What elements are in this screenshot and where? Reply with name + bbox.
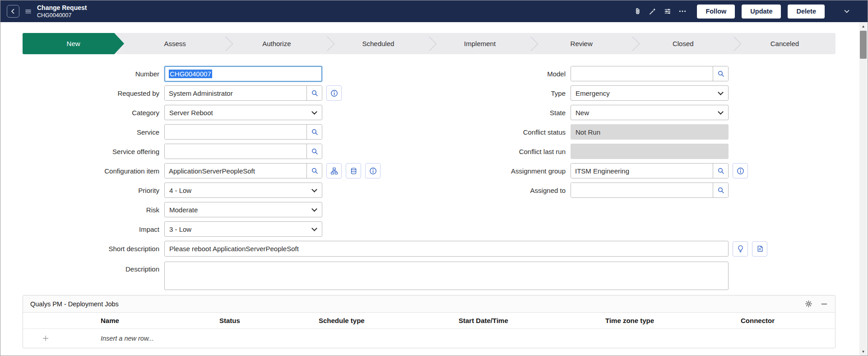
service-row: Service	[5, 124, 381, 140]
state-select[interactable]: New	[571, 105, 729, 120]
service-input[interactable]	[165, 125, 306, 139]
priority-label: Priority	[5, 187, 159, 194]
column-header-connector[interactable]: Connector	[741, 317, 835, 324]
activity-stream-icon[interactable]	[664, 7, 672, 15]
dependency-map-tree-icon[interactable]	[326, 163, 342, 178]
number-input[interactable]: CHG0040007	[164, 66, 322, 82]
assigned-to-input[interactable]	[571, 183, 713, 197]
insert-new-row[interactable]: Insert a new row...	[23, 329, 835, 348]
step-authorize[interactable]: Authorize	[226, 33, 327, 54]
cmdb-database-icon[interactable]	[346, 163, 361, 178]
column-header-schedule-type[interactable]: Schedule type	[319, 317, 459, 324]
priority-select[interactable]: 4 - Low	[164, 183, 322, 198]
title-block: Change Request CHG0040007	[37, 4, 87, 19]
chevron-down-icon	[311, 225, 317, 231]
step-review[interactable]: Review	[531, 33, 632, 54]
follow-button[interactable]: Follow	[697, 5, 735, 19]
suggestion-lightbulb-icon[interactable]	[733, 241, 748, 257]
impact-select[interactable]: 3 - Low	[164, 221, 322, 237]
priority-row: Priority 4 - Low	[5, 183, 381, 198]
search-icon[interactable]	[713, 66, 728, 81]
assigned-to-label: Assigned to	[412, 187, 566, 194]
related-list-title: Qualys PM - Deployment Jobs	[30, 300, 119, 308]
step-assess[interactable]: Assess	[124, 33, 226, 54]
chevron-down-icon	[718, 89, 724, 95]
model-row: Model	[412, 66, 748, 81]
change-request-window: Change Request CHG0040007 Follow Update …	[0, 0, 868, 356]
model-input[interactable]	[571, 66, 713, 81]
list-settings-gear-icon[interactable]	[805, 300, 812, 308]
requested-by-label: Requested by	[5, 89, 159, 97]
search-icon[interactable]	[306, 164, 322, 178]
category-select[interactable]: Server Reboot	[164, 105, 322, 120]
service-offering-input[interactable]	[165, 144, 306, 159]
chevron-down-icon	[311, 109, 317, 115]
form-left-column: Number CHG0040007 Requested by Category …	[5, 66, 381, 241]
plus-icon	[42, 335, 49, 342]
description-label: Description	[5, 265, 159, 273]
context-menu-icon[interactable]	[25, 8, 32, 15]
risk-select[interactable]: Moderate	[164, 202, 322, 217]
related-list-column-headers: Name Status Schedule type Start Date/Tim…	[23, 313, 835, 329]
attachment-paperclip-icon[interactable]	[634, 7, 642, 15]
back-button[interactable]	[7, 5, 19, 18]
short-description-input[interactable]	[164, 241, 729, 257]
column-header-time-zone-type[interactable]: Time zone type	[605, 317, 741, 324]
scrollbar-thumb[interactable]	[860, 31, 867, 59]
conflict-status-label: Conflict status	[412, 128, 566, 136]
scroll-up-arrow-icon[interactable]: ▲	[859, 23, 867, 30]
requested-by-field	[164, 85, 322, 101]
process-flow: New Assess Authorize Scheduled Implement…	[23, 33, 836, 54]
related-list-header: Qualys PM - Deployment Jobs	[23, 295, 835, 313]
search-icon[interactable]	[306, 86, 322, 100]
knowledge-search-icon[interactable]	[752, 241, 767, 257]
description-row: Description	[5, 262, 729, 290]
search-icon[interactable]	[713, 164, 728, 178]
insert-row-label: Insert a new row...	[101, 335, 154, 342]
requested-by-input[interactable]	[165, 86, 306, 100]
short-description-row: Short description	[5, 241, 767, 257]
conflict-last-run-row: Conflict last run	[412, 144, 748, 159]
type-select[interactable]: Emergency	[571, 85, 729, 101]
column-header-status[interactable]: Status	[219, 317, 319, 324]
chevron-down-icon	[311, 187, 317, 192]
assignment-group-input[interactable]	[571, 164, 713, 178]
delete-button[interactable]: Delete	[788, 5, 825, 19]
step-canceled[interactable]: Canceled	[734, 33, 836, 54]
number-row: Number CHG0040007	[5, 66, 381, 81]
search-icon[interactable]	[713, 183, 728, 197]
preview-record-info-icon[interactable]	[326, 85, 342, 101]
chevron-down-icon	[718, 109, 724, 115]
configuration-item-label: Configuration item	[5, 167, 159, 175]
step-closed[interactable]: Closed	[632, 33, 734, 54]
model-label: Model	[412, 70, 566, 78]
column-header-start-datetime[interactable]: Start Date/Time	[459, 317, 605, 324]
update-button[interactable]: Update	[742, 5, 781, 19]
selected-text: CHG0040007	[169, 70, 212, 78]
description-textarea[interactable]	[164, 262, 729, 290]
more-options-icon[interactable]	[678, 7, 687, 15]
category-row: Category Server Reboot	[5, 105, 381, 120]
step-scheduled[interactable]: Scheduled	[327, 33, 429, 54]
step-implement[interactable]: Implement	[429, 33, 531, 54]
configuration-item-input[interactable]	[165, 164, 306, 178]
requested-by-row: Requested by	[5, 85, 381, 101]
search-icon[interactable]	[306, 144, 322, 159]
vertical-scrollbar[interactable]: ▲ ▼	[859, 23, 867, 356]
column-header-name[interactable]: Name	[101, 317, 219, 324]
preview-record-info-icon[interactable]	[365, 163, 381, 178]
search-icon[interactable]	[306, 125, 322, 139]
type-row: Type Emergency	[412, 85, 748, 101]
magic-wand-icon[interactable]	[649, 7, 657, 15]
collapse-panel-minus-icon[interactable]	[821, 300, 828, 308]
preview-record-info-icon[interactable]	[733, 163, 748, 178]
impact-label: Impact	[5, 225, 159, 233]
assignment-group-field	[571, 163, 729, 178]
form-right-column: Model Type Emergency State New Conflict …	[412, 66, 748, 202]
conflict-last-run-field	[571, 144, 729, 159]
step-new[interactable]: New	[23, 33, 124, 54]
chevron-left-icon	[9, 8, 17, 15]
collapse-header-chevron-icon[interactable]	[843, 8, 850, 15]
scroll-down-arrow-icon[interactable]: ▼	[859, 348, 867, 356]
state-label: State	[412, 109, 566, 117]
